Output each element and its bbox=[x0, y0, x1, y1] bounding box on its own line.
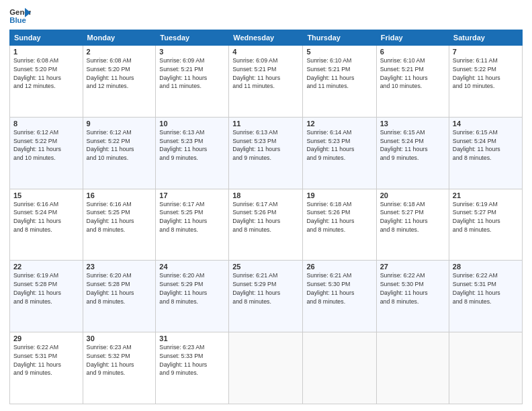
week-row-5: 29Sunrise: 6:22 AM Sunset: 5:31 PM Dayli… bbox=[10, 332, 523, 404]
day-cell: 31Sunrise: 6:23 AM Sunset: 5:33 PM Dayli… bbox=[156, 332, 229, 404]
day-info: Sunrise: 6:14 AM Sunset: 5:23 PM Dayligh… bbox=[306, 128, 372, 163]
day-info: Sunrise: 6:12 AM Sunset: 5:22 PM Dayligh… bbox=[13, 128, 79, 163]
day-cell: 20Sunrise: 6:18 AM Sunset: 5:27 PM Dayli… bbox=[376, 189, 449, 261]
day-info: Sunrise: 6:15 AM Sunset: 5:24 PM Dayligh… bbox=[380, 128, 445, 163]
day-number: 13 bbox=[380, 120, 445, 128]
weekday-header-friday: Friday bbox=[376, 30, 449, 46]
day-number: 29 bbox=[13, 334, 79, 342]
day-cell bbox=[376, 332, 449, 404]
calendar-table: SundayMondayTuesdayWednesdayThursdayFrid… bbox=[9, 30, 523, 404]
day-cell: 4Sunrise: 6:09 AM Sunset: 5:21 PM Daylig… bbox=[229, 46, 303, 118]
day-number: 1 bbox=[13, 48, 79, 56]
day-number: 30 bbox=[87, 334, 152, 342]
day-cell: 15Sunrise: 6:16 AM Sunset: 5:24 PM Dayli… bbox=[10, 189, 83, 261]
day-cell: 29Sunrise: 6:22 AM Sunset: 5:31 PM Dayli… bbox=[10, 332, 83, 404]
day-info: Sunrise: 6:22 AM Sunset: 5:31 PM Dayligh… bbox=[453, 271, 519, 306]
logo-icon: General Blue bbox=[9, 7, 31, 26]
day-number: 10 bbox=[159, 120, 225, 128]
day-info: Sunrise: 6:18 AM Sunset: 5:27 PM Dayligh… bbox=[380, 200, 445, 234]
day-number: 23 bbox=[87, 263, 152, 271]
day-cell: 3Sunrise: 6:09 AM Sunset: 5:21 PM Daylig… bbox=[156, 46, 229, 118]
day-number: 16 bbox=[87, 191, 152, 199]
day-info: Sunrise: 6:23 AM Sunset: 5:32 PM Dayligh… bbox=[87, 343, 152, 377]
day-info: Sunrise: 6:08 AM Sunset: 5:20 PM Dayligh… bbox=[87, 56, 152, 91]
day-cell: 21Sunrise: 6:19 AM Sunset: 5:27 PM Dayli… bbox=[449, 189, 522, 261]
day-number: 14 bbox=[453, 120, 519, 128]
day-info: Sunrise: 6:19 AM Sunset: 5:27 PM Dayligh… bbox=[453, 200, 519, 234]
day-cell: 26Sunrise: 6:21 AM Sunset: 5:30 PM Dayli… bbox=[303, 261, 376, 332]
day-info: Sunrise: 6:22 AM Sunset: 5:31 PM Dayligh… bbox=[13, 343, 79, 377]
week-row-4: 22Sunrise: 6:19 AM Sunset: 5:28 PM Dayli… bbox=[10, 261, 523, 332]
weekday-header-tuesday: Tuesday bbox=[156, 30, 229, 46]
day-info: Sunrise: 6:21 AM Sunset: 5:29 PM Dayligh… bbox=[232, 271, 299, 306]
day-cell: 6Sunrise: 6:10 AM Sunset: 5:21 PM Daylig… bbox=[376, 46, 449, 118]
weekday-header-monday: Monday bbox=[83, 30, 156, 46]
day-info: Sunrise: 6:11 AM Sunset: 5:22 PM Dayligh… bbox=[453, 56, 519, 91]
day-info: Sunrise: 6:16 AM Sunset: 5:25 PM Dayligh… bbox=[87, 200, 152, 234]
day-number: 15 bbox=[13, 191, 79, 199]
day-cell: 9Sunrise: 6:12 AM Sunset: 5:22 PM Daylig… bbox=[83, 117, 156, 189]
day-info: Sunrise: 6:17 AM Sunset: 5:26 PM Dayligh… bbox=[232, 200, 299, 234]
day-info: Sunrise: 6:17 AM Sunset: 5:25 PM Dayligh… bbox=[159, 200, 225, 234]
day-cell bbox=[229, 332, 303, 404]
svg-text:Blue: Blue bbox=[9, 16, 26, 24]
day-cell: 24Sunrise: 6:20 AM Sunset: 5:29 PM Dayli… bbox=[156, 261, 229, 332]
day-info: Sunrise: 6:20 AM Sunset: 5:29 PM Dayligh… bbox=[159, 271, 225, 306]
day-number: 20 bbox=[380, 191, 445, 199]
day-info: Sunrise: 6:19 AM Sunset: 5:28 PM Dayligh… bbox=[13, 271, 79, 306]
day-number: 25 bbox=[232, 263, 299, 271]
header-row: SundayMondayTuesdayWednesdayThursdayFrid… bbox=[10, 30, 523, 46]
day-number: 27 bbox=[380, 263, 445, 271]
day-info: Sunrise: 6:23 AM Sunset: 5:33 PM Dayligh… bbox=[159, 343, 225, 377]
day-number: 7 bbox=[453, 48, 519, 56]
day-cell: 23Sunrise: 6:20 AM Sunset: 5:28 PM Dayli… bbox=[83, 261, 156, 332]
day-info: Sunrise: 6:12 AM Sunset: 5:22 PM Dayligh… bbox=[87, 128, 152, 163]
day-number: 19 bbox=[306, 191, 372, 199]
day-info: Sunrise: 6:10 AM Sunset: 5:21 PM Dayligh… bbox=[380, 56, 445, 91]
day-number: 12 bbox=[306, 120, 372, 128]
day-info: Sunrise: 6:13 AM Sunset: 5:23 PM Dayligh… bbox=[232, 128, 299, 163]
day-number: 28 bbox=[453, 263, 519, 271]
weekday-header-thursday: Thursday bbox=[303, 30, 376, 46]
day-cell: 28Sunrise: 6:22 AM Sunset: 5:31 PM Dayli… bbox=[449, 261, 522, 332]
weekday-header-wednesday: Wednesday bbox=[229, 30, 303, 46]
day-number: 3 bbox=[159, 48, 225, 56]
weekday-header-saturday: Saturday bbox=[449, 30, 522, 46]
day-info: Sunrise: 6:15 AM Sunset: 5:24 PM Dayligh… bbox=[453, 128, 519, 163]
day-number: 5 bbox=[306, 48, 372, 56]
day-cell: 8Sunrise: 6:12 AM Sunset: 5:22 PM Daylig… bbox=[10, 117, 83, 189]
day-cell: 1Sunrise: 6:08 AM Sunset: 5:20 PM Daylig… bbox=[10, 46, 83, 118]
day-cell: 11Sunrise: 6:13 AM Sunset: 5:23 PM Dayli… bbox=[229, 117, 303, 189]
day-info: Sunrise: 6:09 AM Sunset: 5:21 PM Dayligh… bbox=[159, 56, 225, 91]
day-cell: 25Sunrise: 6:21 AM Sunset: 5:29 PM Dayli… bbox=[229, 261, 303, 332]
logo: General Blue bbox=[9, 7, 31, 26]
day-cell bbox=[449, 332, 522, 404]
day-number: 21 bbox=[453, 191, 519, 199]
day-cell: 17Sunrise: 6:17 AM Sunset: 5:25 PM Dayli… bbox=[156, 189, 229, 261]
day-cell: 7Sunrise: 6:11 AM Sunset: 5:22 PM Daylig… bbox=[449, 46, 522, 118]
day-cell: 19Sunrise: 6:18 AM Sunset: 5:26 PM Dayli… bbox=[303, 189, 376, 261]
day-cell: 30Sunrise: 6:23 AM Sunset: 5:32 PM Dayli… bbox=[83, 332, 156, 404]
day-info: Sunrise: 6:21 AM Sunset: 5:30 PM Dayligh… bbox=[306, 271, 372, 306]
day-cell: 16Sunrise: 6:16 AM Sunset: 5:25 PM Dayli… bbox=[83, 189, 156, 261]
header: General Blue bbox=[9, 7, 523, 26]
day-number: 17 bbox=[159, 191, 225, 199]
day-number: 11 bbox=[232, 120, 299, 128]
week-row-2: 8Sunrise: 6:12 AM Sunset: 5:22 PM Daylig… bbox=[10, 117, 523, 189]
day-cell: 5Sunrise: 6:10 AM Sunset: 5:21 PM Daylig… bbox=[303, 46, 376, 118]
day-info: Sunrise: 6:09 AM Sunset: 5:21 PM Dayligh… bbox=[232, 56, 299, 91]
day-info: Sunrise: 6:16 AM Sunset: 5:24 PM Dayligh… bbox=[13, 200, 79, 234]
day-info: Sunrise: 6:18 AM Sunset: 5:26 PM Dayligh… bbox=[306, 200, 372, 234]
day-cell: 10Sunrise: 6:13 AM Sunset: 5:23 PM Dayli… bbox=[156, 117, 229, 189]
day-number: 8 bbox=[13, 120, 79, 128]
day-info: Sunrise: 6:20 AM Sunset: 5:28 PM Dayligh… bbox=[87, 271, 152, 306]
day-cell: 13Sunrise: 6:15 AM Sunset: 5:24 PM Dayli… bbox=[376, 117, 449, 189]
day-number: 18 bbox=[232, 191, 299, 199]
day-info: Sunrise: 6:08 AM Sunset: 5:20 PM Dayligh… bbox=[13, 56, 79, 91]
day-cell bbox=[303, 332, 376, 404]
day-info: Sunrise: 6:22 AM Sunset: 5:30 PM Dayligh… bbox=[380, 271, 445, 306]
week-row-1: 1Sunrise: 6:08 AM Sunset: 5:20 PM Daylig… bbox=[10, 46, 523, 118]
day-number: 26 bbox=[306, 263, 372, 271]
day-number: 9 bbox=[87, 120, 152, 128]
day-number: 31 bbox=[159, 334, 225, 342]
